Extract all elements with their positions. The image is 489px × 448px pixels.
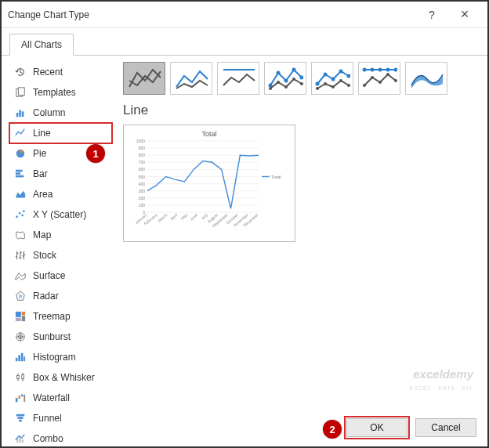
sidebar-item-stock[interactable]: Stock bbox=[9, 245, 112, 266]
help-button[interactable]: ? bbox=[415, 3, 448, 27]
recent-icon bbox=[14, 66, 27, 78]
sidebar-item-recent[interactable]: Recent bbox=[9, 62, 112, 82]
area-icon bbox=[14, 188, 27, 201]
dialog-footer: OK Cancel bbox=[346, 418, 476, 437]
svg-text:March: March bbox=[157, 212, 168, 223]
watermark: exceldemy EXCEL · DATA · DIY bbox=[410, 368, 473, 392]
svg-point-45 bbox=[292, 78, 295, 81]
sidebar-item-label: Recent bbox=[33, 67, 63, 78]
svg-rect-27 bbox=[16, 398, 18, 402]
subtype-100-stacked-line[interactable] bbox=[217, 62, 259, 95]
sidebar-item-area[interactable]: Area bbox=[9, 184, 112, 204]
sidebar-item-histogram[interactable]: Histogram bbox=[9, 347, 112, 367]
svg-point-9 bbox=[16, 215, 18, 218]
sidebar-item-waterfall[interactable]: Waterfall bbox=[9, 388, 112, 408]
svg-text:700: 700 bbox=[139, 160, 146, 164]
sidebar-item-x-y-scatter-[interactable]: X Y (Scatter) bbox=[9, 204, 112, 225]
sidebar-item-funnel[interactable]: Funnel bbox=[9, 408, 112, 428]
radar-icon bbox=[14, 290, 27, 302]
svg-rect-17 bbox=[22, 316, 25, 321]
cancel-button[interactable]: Cancel bbox=[415, 418, 476, 437]
stock-icon bbox=[14, 249, 27, 262]
svg-rect-32 bbox=[18, 417, 24, 419]
subtype-100-stacked-line-markers[interactable] bbox=[358, 62, 400, 95]
sidebar-item-label: X Y (Scatter) bbox=[33, 209, 86, 220]
ok-button[interactable]: OK bbox=[346, 418, 408, 437]
sidebar-item-box-whisker[interactable]: Box & Whisker bbox=[9, 367, 112, 388]
callout-badge-1: 1 bbox=[86, 144, 105, 163]
svg-point-63 bbox=[371, 76, 374, 79]
svg-rect-15 bbox=[16, 312, 21, 317]
sidebar-item-label: Column bbox=[33, 107, 65, 118]
svg-point-66 bbox=[394, 79, 397, 82]
subtype-stacked-line-markers[interactable] bbox=[311, 62, 353, 95]
boxwhisker-icon bbox=[14, 371, 27, 384]
svg-point-65 bbox=[386, 73, 389, 76]
sidebar-item-label: Map bbox=[33, 229, 51, 240]
sidebar-item-label: Stock bbox=[33, 250, 56, 261]
column-icon bbox=[14, 107, 27, 119]
svg-text:300: 300 bbox=[139, 189, 146, 193]
svg-rect-16 bbox=[22, 312, 25, 315]
sidebar-item-label: Sunburst bbox=[33, 331, 71, 342]
svg-rect-3 bbox=[19, 110, 21, 117]
sidebar-item-label: Radar bbox=[33, 291, 59, 302]
templates-icon bbox=[14, 86, 27, 99]
svg-rect-24 bbox=[24, 356, 25, 361]
svg-point-39 bbox=[284, 79, 288, 83]
close-button[interactable]: × bbox=[448, 3, 481, 27]
svg-point-43 bbox=[277, 81, 280, 84]
sidebar-item-column[interactable]: Column bbox=[9, 103, 112, 123]
sunburst-icon bbox=[14, 331, 27, 343]
svg-text:500: 500 bbox=[139, 175, 146, 179]
svg-text:600: 600 bbox=[139, 167, 146, 172]
subtype-line-markers[interactable] bbox=[264, 62, 306, 95]
svg-rect-8 bbox=[16, 175, 24, 178]
tab-all-charts[interactable]: All Charts bbox=[9, 34, 74, 56]
sidebar-item-label: Bar bbox=[33, 168, 48, 179]
svg-text:April: April bbox=[169, 212, 179, 221]
sidebar-item-templates[interactable]: Templates bbox=[9, 82, 112, 103]
sidebar-item-bar[interactable]: Bar bbox=[9, 164, 112, 184]
subtype-stacked-line[interactable] bbox=[170, 62, 212, 95]
svg-point-38 bbox=[277, 71, 281, 75]
funnel-icon bbox=[14, 412, 27, 425]
sidebar-item-label: Line bbox=[33, 128, 51, 139]
svg-rect-28 bbox=[18, 396, 20, 399]
sidebar-item-label: Box & Whisker bbox=[33, 372, 95, 383]
svg-rect-23 bbox=[21, 353, 24, 362]
svg-rect-33 bbox=[19, 420, 22, 422]
sidebar-item-treemap[interactable]: Treemap bbox=[9, 306, 112, 327]
sidebar-item-line[interactable]: Line bbox=[9, 123, 112, 143]
svg-text:1000: 1000 bbox=[136, 139, 145, 143]
svg-rect-2 bbox=[16, 113, 19, 117]
subtype-3d-line[interactable] bbox=[405, 62, 447, 95]
svg-rect-30 bbox=[24, 395, 25, 403]
svg-text:100: 100 bbox=[139, 203, 146, 208]
sidebar-item-combo[interactable]: Combo bbox=[9, 428, 112, 448]
svg-point-44 bbox=[284, 85, 288, 89]
svg-rect-31 bbox=[16, 414, 25, 417]
sidebar-item-map[interactable]: Map bbox=[9, 225, 112, 245]
sidebar-item-label: Funnel bbox=[33, 413, 62, 424]
svg-point-42 bbox=[269, 87, 272, 90]
sidebar-item-label: Treemap bbox=[33, 311, 71, 322]
svg-text:Total: Total bbox=[271, 175, 281, 179]
sidebar-item-sunburst[interactable]: Sunburst bbox=[9, 327, 112, 347]
svg-point-61 bbox=[394, 68, 398, 72]
svg-rect-36 bbox=[22, 439, 24, 443]
map-icon bbox=[14, 229, 27, 241]
svg-point-10 bbox=[19, 212, 21, 215]
svg-point-52 bbox=[316, 87, 319, 90]
svg-point-46 bbox=[300, 82, 303, 85]
sidebar-item-radar[interactable]: Radar bbox=[9, 286, 112, 306]
svg-point-12 bbox=[23, 210, 25, 212]
chart-preview[interactable]: Total 01002003004005006007008009001000Ja… bbox=[123, 125, 295, 242]
sidebar-item-label: Pie bbox=[33, 148, 46, 159]
sidebar-item-surface[interactable]: Surface bbox=[9, 266, 112, 286]
sidebar-item-label: Templates bbox=[33, 87, 76, 98]
window-title: Change Chart Type bbox=[8, 9, 415, 20]
svg-text:200: 200 bbox=[139, 196, 146, 201]
subtype-line[interactable] bbox=[123, 62, 165, 95]
sidebar-item-label: Waterfall bbox=[33, 392, 70, 403]
